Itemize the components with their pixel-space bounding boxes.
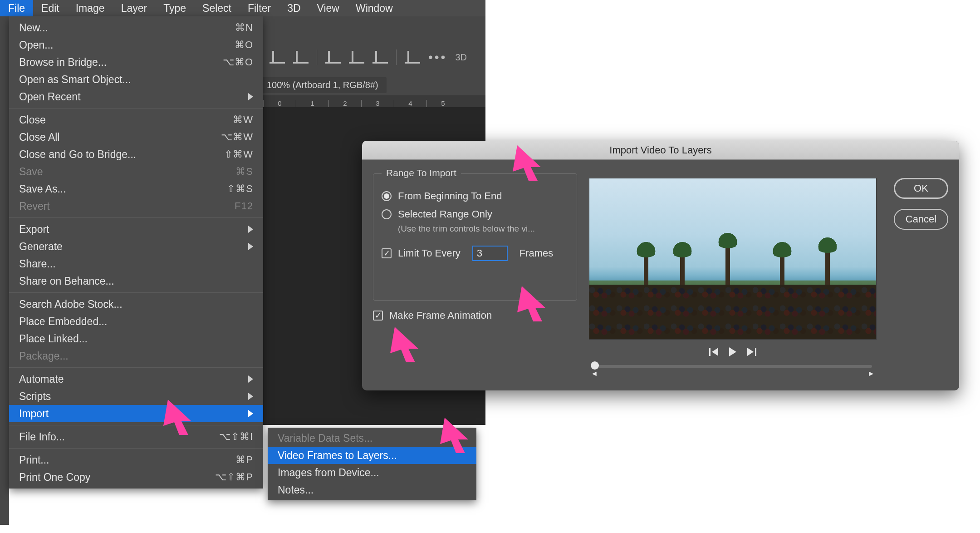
menuitem-automate[interactable]: Automate	[9, 370, 263, 388]
radio-icon	[382, 191, 392, 201]
menuitem-export[interactable]: Export	[9, 221, 263, 238]
limit-trail: Frames	[519, 247, 554, 259]
ruler-tick: 2	[328, 100, 361, 107]
menuitem-print-one-copy[interactable]: Print One Copy⌥⇧⌘P	[9, 469, 263, 486]
svg-marker-3	[517, 286, 545, 321]
menu-filter[interactable]: Filter	[240, 0, 279, 16]
ruler-tick: 1	[296, 100, 328, 107]
radio-label: From Beginning To End	[398, 190, 502, 202]
menuitem-label: Print One Copy	[19, 471, 215, 484]
menuitem-browse-in-bridge[interactable]: Browse in Bridge...⌥⌘O	[9, 54, 263, 71]
play-icon[interactable]	[729, 347, 736, 356]
submenuitem-notes[interactable]: Notes...	[268, 481, 476, 498]
menuitem-open-as-smart-object[interactable]: Open as Smart Object...	[9, 71, 263, 88]
shortcut-label: ⇧⌘W	[224, 148, 253, 160]
menuitem-place-linked[interactable]: Place Linked...	[9, 330, 263, 347]
menu-file[interactable]: File	[0, 0, 33, 16]
menuitem-share[interactable]: Share...	[9, 255, 263, 272]
step-back-icon[interactable]	[712, 348, 718, 356]
menuitem-label: Scripts	[19, 390, 245, 403]
more-icon[interactable]: •••	[428, 50, 447, 64]
dialog-buttons: OK Cancel	[894, 178, 948, 230]
limit-checkbox[interactable]	[382, 248, 392, 258]
menu-select[interactable]: Select	[194, 0, 240, 16]
annotation-arrow-icon	[440, 418, 472, 454]
trim-in-icon[interactable]: ◄	[591, 370, 598, 378]
menuitem-close-and-go-to-bridge[interactable]: Close and Go to Bridge...⇧⌘W	[9, 146, 263, 163]
menu-3d[interactable]: 3D	[279, 0, 309, 16]
trim-scrubber[interactable]: ◄ ►	[589, 361, 877, 373]
submenu-arrow-icon	[248, 93, 253, 100]
menuitem-label: Export	[19, 223, 245, 236]
menuitem-label: Open as Smart Object...	[19, 74, 253, 86]
limit-label: Limit To Every	[398, 247, 461, 259]
menu-separator	[9, 425, 263, 425]
distribute-icon	[405, 51, 420, 64]
ok-button[interactable]: OK	[894, 178, 948, 199]
menuitem-import[interactable]: Import	[9, 405, 263, 422]
menu-type[interactable]: Type	[155, 0, 194, 16]
radio-from-beginning[interactable]: From Beginning To End	[382, 190, 568, 202]
menuitem-label: Close and Go to Bridge...	[19, 148, 224, 161]
shortcut-label: ⌘W	[233, 114, 253, 126]
preview-image	[825, 248, 830, 285]
make-frame-animation-row[interactable]: Make Frame Animation	[373, 310, 492, 321]
range-to-import-group: Range To Import From Beginning To End Se…	[373, 173, 577, 301]
svg-marker-4	[390, 327, 418, 362]
menu-window[interactable]: Window	[348, 0, 401, 16]
menuitem-label: Generate	[19, 241, 245, 253]
radio-selected-range[interactable]: Selected Range Only	[382, 208, 568, 220]
annotation-arrow-icon	[163, 400, 195, 436]
menuitem-label: Place Embedded...	[19, 316, 253, 328]
menuitem-save-as[interactable]: Save As...⇧⌘S	[9, 180, 263, 197]
menuitem-file-info[interactable]: File Info...⌥⇧⌘I	[9, 428, 263, 445]
cancel-button[interactable]: Cancel	[894, 209, 948, 230]
menuitem-open-recent[interactable]: Open Recent	[9, 88, 263, 105]
make-anim-label: Make Frame Animation	[389, 310, 492, 321]
shortcut-label: ⌘O	[235, 39, 253, 51]
menuitem-close[interactable]: Close⌘W	[9, 111, 263, 128]
shortcut-label: ⌥⇧⌘P	[215, 471, 253, 483]
scrub-playhead[interactable]	[591, 361, 599, 370]
menuitem-new[interactable]: New...⌘N	[9, 19, 263, 36]
menu-image[interactable]: Image	[68, 0, 113, 16]
file-menu: New...⌘NOpen...⌘OBrowse in Bridge...⌥⌘OO…	[9, 16, 263, 489]
menuitem-label: Browse in Bridge...	[19, 56, 223, 69]
trim-out-icon[interactable]: ►	[867, 370, 875, 378]
preview-image	[680, 253, 685, 285]
menuitem-label: Close	[19, 114, 233, 126]
preview-image	[780, 253, 784, 285]
dialog-title: Import Video To Layers	[362, 141, 959, 160]
document-tab[interactable]: 100% (Artboard 1, RGB/8#)	[259, 77, 387, 93]
menuitem-search-adobe-stock[interactable]: Search Adobe Stock...	[9, 296, 263, 313]
shortcut-label: ⌘N	[235, 22, 253, 34]
submenuitem-images-from-device[interactable]: Images from Device...	[268, 464, 476, 481]
menuitem-print[interactable]: Print...⌘P	[9, 451, 263, 469]
make-anim-checkbox[interactable]	[373, 311, 383, 321]
mode-3d-label[interactable]: 3D	[455, 52, 467, 63]
options-bar: ••• 3D	[263, 44, 485, 70]
annotation-arrow-icon	[390, 327, 422, 363]
shortcut-label: ⌘P	[235, 454, 253, 466]
menuitem-label: Print...	[19, 454, 235, 466]
menuitem-label: Close All	[19, 131, 221, 143]
limit-frames-input[interactable]	[472, 246, 508, 261]
menu-edit[interactable]: Edit	[33, 0, 68, 16]
menuitem-close-all[interactable]: Close All⌥⌘W	[9, 128, 263, 146]
menuitem-generate[interactable]: Generate	[9, 238, 263, 255]
menuitem-share-on-behance[interactable]: Share on Behance...	[9, 272, 263, 290]
menuitem-place-embedded[interactable]: Place Embedded...	[9, 313, 263, 330]
menu-separator	[9, 448, 263, 449]
video-preview	[589, 178, 877, 340]
menu-view[interactable]: View	[309, 0, 348, 16]
menuitem-open[interactable]: Open...⌘O	[9, 36, 263, 54]
menuitem-label: Import	[19, 408, 245, 420]
distribute-icon	[349, 51, 364, 64]
menuitem-scripts[interactable]: Scripts	[9, 388, 263, 405]
radio-label: Selected Range Only	[398, 208, 492, 220]
scrub-track	[593, 365, 872, 368]
menu-layer[interactable]: Layer	[113, 0, 156, 16]
svg-marker-2	[513, 145, 541, 181]
preview-image	[589, 285, 876, 339]
step-forward-icon[interactable]	[747, 348, 754, 356]
